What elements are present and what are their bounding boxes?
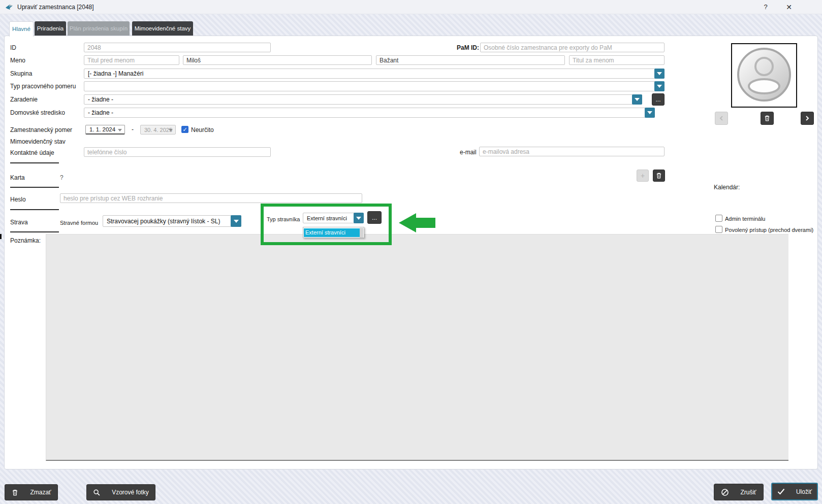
edit-employee-window: { "window": { "title": "Upraviť zamestna… bbox=[0, 0, 822, 504]
id-field[interactable] bbox=[84, 43, 271, 52]
trash-icon bbox=[764, 115, 771, 122]
stredisko-select[interactable]: - žiadne - bbox=[84, 108, 655, 118]
povoleny-pristup-checkbox[interactable] bbox=[715, 226, 722, 233]
photo-prev-button bbox=[715, 112, 728, 125]
close-button[interactable]: ✕ bbox=[783, 3, 795, 12]
section-divider bbox=[10, 231, 59, 232]
photo-next-button[interactable] bbox=[801, 112, 814, 125]
section-divider bbox=[10, 209, 59, 210]
neurcito-checkbox[interactable]: ✓ bbox=[181, 126, 188, 133]
title-before-name-field[interactable] bbox=[84, 55, 179, 65]
help-button[interactable]: ? bbox=[760, 3, 771, 12]
typ-pomeru-dropdown-button[interactable] bbox=[654, 81, 665, 91]
heslo-field[interactable] bbox=[60, 193, 362, 203]
typ-stravnika-value: Externí stravníci bbox=[307, 215, 347, 221]
zaradenie-select[interactable]: - žiadne - bbox=[84, 94, 642, 105]
zaradenie-value: - žiadne - bbox=[88, 96, 113, 103]
pam-id-label: PaM ID: bbox=[457, 44, 479, 51]
mimoevidencny-stav-label: Mimoevidenčný stav bbox=[10, 138, 66, 145]
tab-hlavne[interactable]: Hlavné bbox=[9, 21, 34, 37]
highlight-box-annotation bbox=[261, 204, 392, 245]
typ-stravnika-option-selected[interactable]: Externí stravníci bbox=[304, 228, 360, 237]
kontaktne-udaje-label: Kontaktné údaje bbox=[10, 149, 54, 156]
stredisko-dropdown-button[interactable] bbox=[645, 108, 655, 118]
chevron-down-icon bbox=[635, 98, 640, 101]
chevron-down-icon bbox=[118, 129, 122, 131]
date-to-select: 30. 4. 2025 bbox=[140, 125, 176, 135]
stravne-formou-value: Stravovacej poukážky (stravný lístok - S… bbox=[107, 218, 220, 225]
poznamka-textarea[interactable] bbox=[46, 234, 788, 461]
arrow-annotation-head bbox=[399, 213, 416, 232]
cancel-icon bbox=[721, 488, 729, 496]
date-from-value: 1. 1. 2024 bbox=[89, 126, 115, 132]
skupina-label: Skupina bbox=[10, 70, 32, 77]
skupina-value: [- žiadna -] Manažéri bbox=[88, 70, 143, 77]
tab-priradenia[interactable]: Priradenia bbox=[35, 21, 66, 36]
photo-placeholder bbox=[731, 43, 797, 108]
chevron-down-icon bbox=[657, 72, 662, 75]
typ-stravnika-label: Typ stravníka bbox=[267, 216, 300, 222]
phone-field[interactable] bbox=[84, 147, 271, 157]
date-to-value: 30. 4. 2025 bbox=[144, 127, 172, 133]
email-label: e-mail bbox=[460, 149, 477, 156]
zaradenie-more-button[interactable]: ... bbox=[652, 93, 665, 106]
skupina-dropdown-button[interactable] bbox=[654, 69, 665, 79]
typ-stravnika-dropdown-list: Externí stravníci bbox=[303, 227, 364, 238]
skupina-select[interactable]: [- žiadna -] Manažéri bbox=[84, 69, 665, 79]
strava-label: Strava bbox=[10, 219, 28, 226]
vzorove-fotky-label: Vzorové fotky bbox=[112, 489, 149, 496]
chevron-down-icon bbox=[647, 111, 652, 114]
date-range-dash: - bbox=[132, 126, 134, 133]
edge-marker bbox=[0, 234, 2, 239]
zmazat-label: Zmazať bbox=[30, 489, 51, 496]
zaradenie-dropdown-button[interactable] bbox=[632, 94, 642, 105]
meno-label: Meno bbox=[10, 57, 25, 64]
ulozit-button[interactable]: Uložiť bbox=[771, 483, 818, 500]
first-name-field[interactable] bbox=[183, 55, 372, 65]
zmazat-button[interactable]: Zmazať bbox=[5, 484, 58, 500]
stravne-formou-select[interactable]: Stravovacej poukážky (stravný lístok - S… bbox=[103, 215, 241, 227]
section-divider bbox=[10, 162, 59, 163]
kalendar-label: Kalendár: bbox=[714, 184, 740, 191]
admin-terminalu-checkbox[interactable] bbox=[715, 215, 722, 222]
chevron-down-icon bbox=[657, 85, 662, 88]
typ-pomeru-label: Typ pracovného pomeru bbox=[10, 83, 76, 90]
arrow-annotation-shaft bbox=[416, 218, 435, 228]
photo-delete-button[interactable] bbox=[761, 112, 774, 125]
title-after-name-field[interactable] bbox=[569, 55, 665, 65]
vzorove-fotky-button[interactable]: Vzorové fotky bbox=[86, 484, 155, 500]
chevron-down-icon bbox=[169, 129, 173, 131]
typ-pomeru-select[interactable] bbox=[84, 81, 665, 91]
karta-label: Karta bbox=[10, 174, 25, 181]
app-icon bbox=[5, 3, 14, 11]
typ-stravnika-more-button[interactable]: ... bbox=[367, 211, 382, 224]
dropdown-scrollbar[interactable] bbox=[360, 228, 363, 238]
chevron-right-icon bbox=[805, 115, 810, 121]
ulozit-label: Uložiť bbox=[796, 488, 812, 495]
typ-stravnika-dropdown-button[interactable] bbox=[354, 213, 364, 223]
titlebar: Upraviť zamestnanca [2048] ? ✕ bbox=[0, 0, 822, 14]
zaradenie-label: Zaradenie bbox=[10, 96, 38, 103]
avatar-icon bbox=[732, 44, 796, 107]
admin-terminalu-label: Admin terminálu bbox=[725, 216, 765, 222]
karta-delete-button[interactable] bbox=[653, 170, 665, 182]
check-icon bbox=[777, 488, 785, 495]
neurcito-label: Neurčito bbox=[191, 126, 214, 133]
trash-icon bbox=[655, 172, 662, 179]
email-field[interactable] bbox=[479, 147, 665, 156]
pam-id-field[interactable] bbox=[480, 43, 665, 52]
typ-stravnika-select[interactable]: Externí stravníci bbox=[303, 213, 364, 223]
heslo-label: Heslo bbox=[10, 196, 26, 203]
zrusit-button[interactable]: Zrušiť bbox=[714, 484, 764, 500]
chevron-down-icon bbox=[356, 217, 361, 220]
chevron-down-icon bbox=[234, 220, 239, 223]
stredisko-label: Domovské stredisko bbox=[10, 109, 65, 116]
last-name-field[interactable] bbox=[376, 55, 565, 65]
section-divider bbox=[10, 187, 59, 188]
tab-plan-priradenia-skupin: Plán priradenia skupín bbox=[68, 21, 130, 36]
tab-mimoevidencne-stavy[interactable]: Mimoevidenčné stavy bbox=[132, 21, 193, 36]
poznamka-label: Poznámka: bbox=[10, 237, 41, 244]
date-from-select[interactable]: 1. 1. 2024 bbox=[85, 125, 125, 135]
stravne-formou-dropdown-button[interactable] bbox=[231, 215, 241, 227]
search-icon bbox=[93, 489, 101, 496]
